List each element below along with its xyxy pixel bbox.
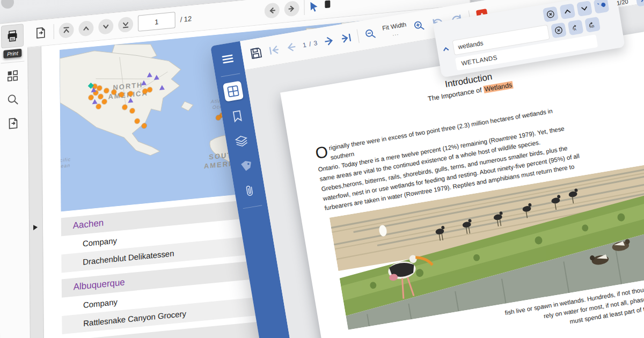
search-icon xyxy=(6,93,19,107)
print-button[interactable] xyxy=(1,24,24,48)
clear-input-button[interactable] xyxy=(551,23,567,39)
next-record-icon xyxy=(101,22,110,32)
map-marker-orange[interactable] xyxy=(142,123,147,129)
sidebar-attachments-button[interactable] xyxy=(239,180,260,201)
zoom-out-button[interactable] xyxy=(364,27,377,41)
menu-icon xyxy=(221,54,234,64)
bookmark-icon xyxy=(231,109,244,123)
map-marker-purple[interactable] xyxy=(159,85,165,90)
search-settings-button[interactable] xyxy=(594,0,610,14)
divider xyxy=(54,24,54,39)
pdf-page[interactable]: Introduction The Importance of Wetlands … xyxy=(280,31,644,338)
map-marker-orange[interactable] xyxy=(143,89,148,94)
save-icon xyxy=(249,46,264,61)
first-record-icon xyxy=(62,26,71,35)
next-record-button[interactable] xyxy=(98,18,113,35)
sidebar-tags-button[interactable] xyxy=(235,156,256,177)
first-page-icon xyxy=(268,45,281,56)
search-prev-button[interactable] xyxy=(559,3,575,19)
map-marker-orange[interactable] xyxy=(128,91,133,97)
divider xyxy=(1,61,25,63)
search-button[interactable] xyxy=(5,91,21,108)
first-page-button[interactable] xyxy=(268,45,281,56)
layers-icon xyxy=(234,134,248,148)
back-icon xyxy=(268,6,276,16)
page-total-label: / 12 xyxy=(180,14,192,24)
map-marker-orange[interactable] xyxy=(216,115,221,120)
left-tool-strip: Print xyxy=(0,21,32,338)
whole-word-button[interactable]: AB xyxy=(584,17,601,33)
export-icon xyxy=(34,26,47,40)
zoom-out-icon xyxy=(364,27,377,41)
whole-word-icon: AB xyxy=(587,20,598,30)
thumbnails-button[interactable] xyxy=(5,67,21,85)
svg-text:A: A xyxy=(574,27,577,32)
clear-icon xyxy=(554,25,564,35)
search-prev-icon xyxy=(564,8,572,14)
last-record-button[interactable] xyxy=(118,17,133,33)
zoom-in-icon xyxy=(412,19,426,33)
export-button[interactable] xyxy=(5,114,21,132)
page-indicator: 1 / 3 xyxy=(302,39,318,49)
map-marker-purple[interactable] xyxy=(128,98,134,103)
tool-button[interactable] xyxy=(324,0,331,10)
close-icon xyxy=(639,0,644,3)
map-marker-purple[interactable] xyxy=(154,75,159,80)
thumbnails-icon xyxy=(7,70,19,83)
sidebar-thumbnails-button[interactable] xyxy=(223,81,244,102)
zoom-mode-caret: ... xyxy=(392,30,399,37)
map-marker-orange[interactable] xyxy=(104,88,109,93)
map-marker-orange[interactable] xyxy=(102,99,107,105)
zoom-in-button[interactable] xyxy=(412,19,426,33)
zoom-mode-dropdown[interactable]: Fit Width ... xyxy=(382,22,408,39)
save-button[interactable] xyxy=(249,46,264,61)
svg-text:AB: AB xyxy=(589,24,595,28)
clear-search-button[interactable] xyxy=(543,6,559,23)
forward-button[interactable] xyxy=(284,1,299,17)
divider xyxy=(221,74,240,77)
back-button[interactable] xyxy=(264,2,279,19)
first-record-button[interactable] xyxy=(59,22,74,39)
map-marker-orange[interactable] xyxy=(119,92,123,97)
sidebar-bookmarks-button[interactable] xyxy=(227,106,248,127)
expand-panel-icon[interactable] xyxy=(33,224,38,230)
map-marker-orange[interactable] xyxy=(96,104,101,109)
map-marker-orange[interactable] xyxy=(98,94,103,99)
map-marker-orange[interactable] xyxy=(147,87,152,92)
pointer-tool-button[interactable] xyxy=(309,1,319,12)
export-icon xyxy=(6,116,19,130)
pointer-icon xyxy=(309,1,319,12)
toolbar-spacer xyxy=(196,12,259,18)
print-tooltip: Print xyxy=(3,49,22,58)
prev-page-icon xyxy=(285,42,297,53)
settings-wrench-icon xyxy=(596,0,607,11)
last-page-button[interactable] xyxy=(340,32,353,43)
map-marker-orange[interactable] xyxy=(122,105,127,110)
map-marker-purple[interactable] xyxy=(92,99,98,104)
next-page-icon xyxy=(323,35,335,47)
match-case-button[interactable]: A xyxy=(568,19,584,35)
sidebar-menu-button[interactable] xyxy=(217,48,238,69)
search-next-icon xyxy=(580,5,588,12)
map-marker-orange[interactable] xyxy=(130,108,135,114)
map-marker-orange[interactable] xyxy=(97,85,102,91)
map-marker-purple[interactable] xyxy=(147,72,152,77)
next-page-button[interactable] xyxy=(323,35,335,47)
map-marker-purple[interactable] xyxy=(141,80,147,85)
page-number-input[interactable] xyxy=(138,12,175,32)
decor-circle xyxy=(1,0,14,9)
search-next-button[interactable] xyxy=(576,1,592,17)
thumbnails-icon xyxy=(226,84,240,98)
sidebar-layers-button[interactable] xyxy=(231,130,252,151)
prev-page-button[interactable] xyxy=(285,42,297,53)
export-button-2[interactable] xyxy=(33,24,49,42)
pdf-main: 1 / 3 xyxy=(240,0,644,338)
match-case-icon: A xyxy=(571,23,581,32)
map-marker-orange[interactable] xyxy=(135,119,140,124)
print-icon xyxy=(6,29,19,43)
collapse-search-icon[interactable] xyxy=(441,46,450,52)
clear-icon xyxy=(546,9,555,19)
prev-record-button[interactable] xyxy=(78,20,93,37)
map-marker-orange[interactable] xyxy=(111,90,116,95)
tag-icon xyxy=(239,159,252,173)
